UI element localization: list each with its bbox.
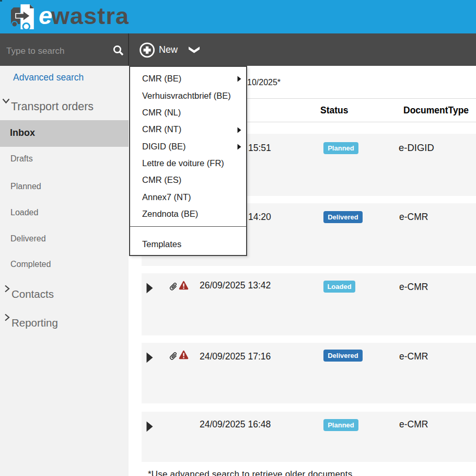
svg-text:e: e (39, 2, 52, 29)
svg-text:wastra: wastra (51, 3, 129, 29)
